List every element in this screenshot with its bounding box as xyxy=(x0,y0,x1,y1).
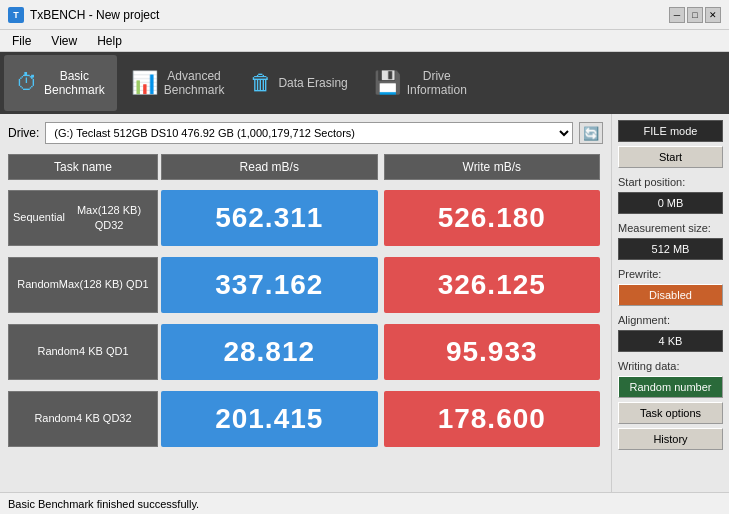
bench-write-1: 326.125 xyxy=(384,257,601,313)
start-position-value[interactable]: 0 MB xyxy=(618,192,723,214)
tab-advanced-benchmark[interactable]: 📊 Advanced Benchmark xyxy=(119,55,237,111)
drive-label: Drive: xyxy=(8,126,39,140)
bench-read-0: 562.311 xyxy=(161,190,378,246)
basic-benchmark-label-line1: Basic xyxy=(44,69,105,83)
writing-data-label: Writing data: xyxy=(618,360,723,372)
advanced-benchmark-label-line2: Benchmark xyxy=(164,83,225,97)
tab-data-erasing[interactable]: 🗑 Data Erasing xyxy=(238,55,359,111)
bench-row-label-0: Sequential Max(128 KB) QD32 xyxy=(8,190,158,246)
table-row: Random Max(128 KB) QD1 337.162 326.125 xyxy=(8,257,603,313)
bench-read-2: 28.812 xyxy=(161,324,378,380)
data-erasing-icon: 🗑 xyxy=(250,70,272,96)
app-title: TxBENCH - New project xyxy=(30,8,159,22)
maximize-button[interactable]: □ xyxy=(687,7,703,23)
tab-basic-benchmark[interactable]: ⏱ Basic Benchmark xyxy=(4,55,117,111)
alignment-value[interactable]: 4 KB xyxy=(618,330,723,352)
status-bar: Basic Benchmark finished successfully. xyxy=(0,492,729,514)
left-panel: Drive: (G:) Teclast 512GB DS10 476.92 GB… xyxy=(0,114,611,492)
bench-row-label-1: Random Max(128 KB) QD1 xyxy=(8,257,158,313)
bench-read-1: 337.162 xyxy=(161,257,378,313)
header-read: Read mB/s xyxy=(161,154,378,180)
file-mode-button[interactable]: FILE mode xyxy=(618,120,723,142)
drive-refresh-button[interactable]: 🔄 xyxy=(579,122,603,144)
task-options-button[interactable]: Task options xyxy=(618,402,723,424)
prewrite-value[interactable]: Disabled xyxy=(618,284,723,306)
drive-row: Drive: (G:) Teclast 512GB DS10 476.92 GB… xyxy=(8,122,603,144)
bench-write-0: 526.180 xyxy=(384,190,601,246)
minimize-button[interactable]: ─ xyxy=(669,7,685,23)
main-content: Drive: (G:) Teclast 512GB DS10 476.92 GB… xyxy=(0,114,729,492)
tab-drive-information[interactable]: 💾 Drive Information xyxy=(362,55,479,111)
alignment-label: Alignment: xyxy=(618,314,723,326)
menu-bar: File View Help xyxy=(0,30,729,52)
bench-row-label-3: Random 4 KB QD32 xyxy=(8,391,158,447)
drive-select[interactable]: (G:) Teclast 512GB DS10 476.92 GB (1,000… xyxy=(45,122,573,144)
measurement-size-label: Measurement size: xyxy=(618,222,723,234)
title-bar: T TxBENCH - New project ─ □ ✕ xyxy=(0,0,729,30)
menu-file[interactable]: File xyxy=(4,32,39,50)
prewrite-label: Prewrite: xyxy=(618,268,723,280)
start-position-label: Start position: xyxy=(618,176,723,188)
header-write: Write mB/s xyxy=(384,154,601,180)
basic-benchmark-label-line2: Benchmark xyxy=(44,83,105,97)
menu-help[interactable]: Help xyxy=(89,32,130,50)
drive-info-icon: 💾 xyxy=(374,70,401,96)
right-panel: FILE mode Start Start position: 0 MB Mea… xyxy=(611,114,729,492)
drive-info-label-line1: Drive xyxy=(407,69,467,83)
header-task-name: Task name xyxy=(8,154,158,180)
toolbar: ⏱ Basic Benchmark 📊 Advanced Benchmark 🗑… xyxy=(0,52,729,114)
status-text: Basic Benchmark finished successfully. xyxy=(8,498,199,510)
menu-view[interactable]: View xyxy=(43,32,85,50)
bench-write-3: 178.600 xyxy=(384,391,601,447)
basic-benchmark-icon: ⏱ xyxy=(16,70,38,96)
bench-row-label-2: Random 4 KB QD1 xyxy=(8,324,158,380)
writing-data-value[interactable]: Random number xyxy=(618,376,723,398)
table-header: Task name Read mB/s Write mB/s xyxy=(8,154,603,180)
app-icon: T xyxy=(8,7,24,23)
table-row: Random 4 KB QD32 201.415 178.600 xyxy=(8,391,603,447)
drive-info-label-line2: Information xyxy=(407,83,467,97)
measurement-size-value[interactable]: 512 MB xyxy=(618,238,723,260)
advanced-benchmark-icon: 📊 xyxy=(131,70,158,96)
table-row: Sequential Max(128 KB) QD32 562.311 526.… xyxy=(8,190,603,246)
bench-write-2: 95.933 xyxy=(384,324,601,380)
history-button[interactable]: History xyxy=(618,428,723,450)
data-erasing-label: Data Erasing xyxy=(278,76,347,90)
close-button[interactable]: ✕ xyxy=(705,7,721,23)
advanced-benchmark-label-line1: Advanced xyxy=(164,69,225,83)
start-button[interactable]: Start xyxy=(618,146,723,168)
bench-read-3: 201.415 xyxy=(161,391,378,447)
table-row: Random 4 KB QD1 28.812 95.933 xyxy=(8,324,603,380)
